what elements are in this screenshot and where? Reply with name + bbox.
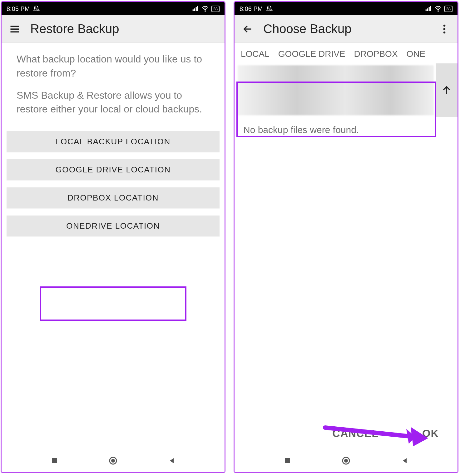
svg-point-9 <box>443 24 446 27</box>
cancel-button[interactable]: CANCEL <box>332 427 378 439</box>
svg-point-11 <box>443 31 446 33</box>
svg-point-7 <box>438 11 438 11</box>
folder-up-button[interactable] <box>436 63 458 117</box>
appbar-title: Restore Backup <box>30 22 119 36</box>
status-time: 8:05 PM <box>7 5 30 12</box>
navigation-bar <box>2 449 225 472</box>
nav-recent-button[interactable] <box>48 454 61 467</box>
local-backup-button[interactable]: LOCAL BACKUP LOCATION <box>7 131 220 152</box>
status-bar: 8:05 PM 28 <box>2 2 225 15</box>
google-drive-button[interactable]: GOOGLE DRIVE LOCATION <box>7 159 220 180</box>
account-row <box>235 63 458 117</box>
menu-icon[interactable] <box>8 22 22 36</box>
svg-point-0 <box>205 11 205 11</box>
svg-rect-16 <box>285 458 290 463</box>
back-icon[interactable] <box>241 22 255 36</box>
description-2: SMS Backup & Restore allows you to resto… <box>2 83 225 128</box>
dnd-off-icon <box>266 5 273 12</box>
nav-back-button[interactable] <box>399 454 411 467</box>
onedrive-button[interactable]: ONEDRIVE LOCATION <box>7 216 220 236</box>
svg-point-10 <box>443 28 446 30</box>
signal-icon <box>192 5 199 12</box>
tab-onedrive[interactable]: ONE <box>407 49 426 59</box>
dropbox-button[interactable]: DROPBOX LOCATION <box>7 187 220 208</box>
tab-local[interactable]: LOCAL <box>241 49 270 59</box>
wifi-icon <box>201 5 209 12</box>
tab-dropbox[interactable]: DROPBOX <box>354 49 398 59</box>
description-1: What backup location would you like us t… <box>2 43 225 83</box>
navigation-bar <box>235 449 458 472</box>
appbar-title: Choose Backup <box>263 22 351 36</box>
dnd-off-icon <box>33 5 40 12</box>
svg-point-6 <box>111 459 115 463</box>
empty-state-message: No backup files were found. <box>235 117 458 143</box>
content-area: What backup location would you like us t… <box>2 43 225 449</box>
dialog-actions: CANCEL OK <box>235 421 458 449</box>
tab-gdrive[interactable]: GOOGLE DRIVE <box>278 49 345 59</box>
battery-icon: 28 <box>444 6 453 12</box>
content-area: LOCAL GOOGLE DRIVE DROPBOX ONE No backup… <box>235 43 458 449</box>
phone-restore-backup: 8:05 PM 28 Restore Backup <box>1 1 225 473</box>
ok-button[interactable]: OK <box>422 427 439 439</box>
status-time: 8:06 PM <box>240 5 263 12</box>
storage-tabs: LOCAL GOOGLE DRIVE DROPBOX ONE <box>235 43 458 63</box>
nav-back-button[interactable] <box>166 454 178 467</box>
appbar: Restore Backup <box>2 15 225 43</box>
status-bar: 8:06 PM 28 <box>235 2 458 15</box>
nav-home-button[interactable] <box>340 454 352 467</box>
nav-home-button[interactable] <box>107 454 119 467</box>
svg-point-18 <box>344 459 348 463</box>
overflow-menu-icon[interactable] <box>438 22 451 36</box>
appbar: Choose Backup <box>235 15 458 43</box>
svg-rect-4 <box>52 458 57 463</box>
signal-icon <box>425 5 432 12</box>
battery-icon: 28 <box>211 6 220 12</box>
nav-recent-button[interactable] <box>281 454 294 467</box>
wifi-icon <box>434 5 442 12</box>
account-info-redacted <box>238 65 434 115</box>
phone-choose-backup: 8:06 PM 28 Choose Backup <box>234 1 458 473</box>
